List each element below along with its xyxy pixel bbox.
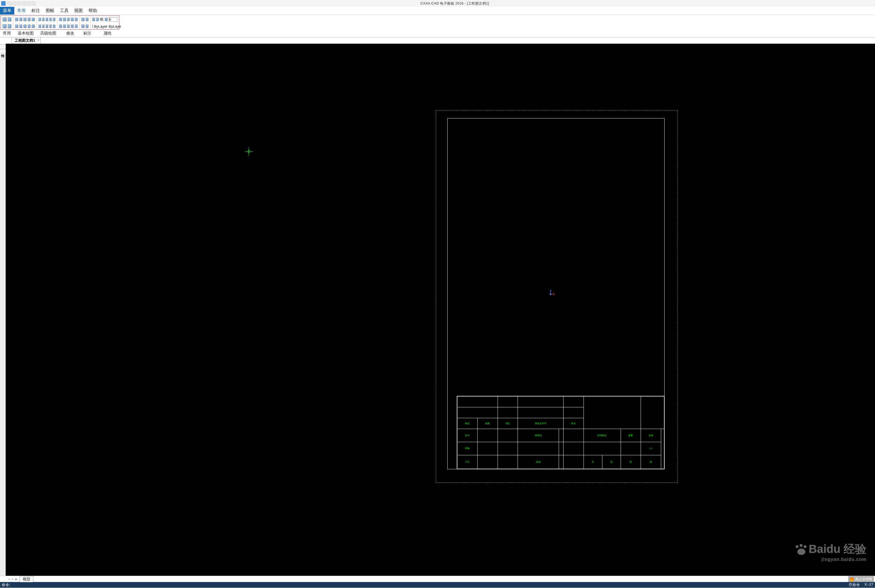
bylayer-label-2[interactable]: ByLaye: [109, 24, 121, 28]
tool-icon[interactable]: [53, 18, 56, 21]
copy-icon[interactable]: [63, 18, 66, 21]
tb-page2: 张: [641, 455, 661, 469]
dim-leader-icon[interactable]: [86, 24, 89, 28]
quick-access-toolbar: [8, 2, 36, 5]
ribbon-group-basic-draw: [14, 16, 37, 29]
tb-weight: 重量: [621, 429, 641, 442]
tool-icon[interactable]: [46, 18, 48, 21]
ribbon-label-modify: 修改: [59, 30, 82, 37]
qat-open-icon[interactable]: [12, 2, 16, 5]
ellipse-icon[interactable]: [28, 24, 31, 28]
bylayer-label-1[interactable]: ByLayer: [94, 24, 108, 28]
linetype-label: 粗: [100, 17, 104, 22]
side-tab-library[interactable]: 图库: [0, 45, 6, 49]
tool-icon[interactable]: [50, 18, 52, 21]
watermark-baidu: Baidu 经验 jingyan.baidu.com: [795, 541, 866, 562]
tb-tech: 工艺: [457, 455, 477, 469]
line-icon[interactable]: [15, 18, 18, 21]
menu-view[interactable]: 视图: [71, 7, 86, 15]
circle-icon[interactable]: [23, 18, 27, 21]
qat-undo-icon[interactable]: [27, 2, 31, 5]
tool-icon[interactable]: [39, 18, 41, 21]
array-icon[interactable]: [75, 24, 78, 28]
tool-icon[interactable]: [3, 24, 7, 28]
menu-tools[interactable]: 工具: [57, 7, 71, 15]
trim-icon[interactable]: [59, 24, 62, 28]
qat-save-icon[interactable]: [17, 2, 21, 5]
ribbon-labels: 常用 基本绘图 高级绘图 修改 标注 属性: [0, 30, 875, 37]
extend-icon[interactable]: [63, 24, 66, 28]
point-icon[interactable]: [23, 24, 27, 28]
ribbon-label-attr: 属性: [93, 30, 122, 37]
side-tab-properties[interactable]: 特性: [0, 50, 6, 53]
tool-icon[interactable]: [53, 24, 56, 28]
mirror-icon[interactable]: [71, 18, 74, 21]
ucs-icon: [549, 291, 555, 297]
linetype-list-icon[interactable]: [92, 24, 93, 28]
scale-icon[interactable]: [75, 18, 78, 21]
tb-docno: 更改文件号: [518, 418, 564, 429]
menu-frame[interactable]: 图幅: [43, 7, 57, 15]
ribbon-label-adv: 高级绘图: [38, 30, 59, 37]
ribbon-group-modify: [57, 16, 80, 29]
chamfer-icon[interactable]: [71, 24, 74, 28]
tb-total1: 共: [584, 455, 602, 469]
color-icon[interactable]: [96, 18, 99, 21]
tool-icon[interactable]: [42, 24, 45, 28]
tool-icon[interactable]: [8, 24, 12, 28]
rect-icon[interactable]: [28, 18, 31, 21]
tool-icon[interactable]: [3, 17, 7, 21]
fillet-icon[interactable]: [67, 24, 70, 28]
dim-linear-icon[interactable]: [81, 18, 84, 21]
tb-zone: 分区: [498, 418, 518, 429]
tb-scale-val: 1:1: [641, 442, 661, 455]
tool-icon[interactable]: [50, 24, 52, 28]
document-tab-active[interactable]: 工程图文档1 ×: [11, 37, 41, 44]
menu-help[interactable]: 帮助: [86, 7, 100, 15]
lineweight-icon[interactable]: [105, 18, 108, 21]
ribbon-highlight-box: 粗 ByLayer ByLaye: [1, 15, 119, 30]
rotate-icon[interactable]: [67, 18, 70, 21]
model-tab[interactable]: 模型: [20, 576, 33, 582]
qat-print-icon[interactable]: [22, 2, 26, 5]
text-icon[interactable]: [15, 24, 18, 28]
ribbon-group-common: [1, 16, 14, 29]
tb-stage: 阶段标记: [584, 429, 621, 442]
tb-approve: 批准: [518, 455, 559, 469]
status-empty-cmd: 空命令: [849, 582, 860, 587]
tool-icon[interactable]: [42, 18, 45, 21]
menu-annotate[interactable]: 标注: [29, 7, 43, 15]
tool-icon[interactable]: [46, 24, 48, 28]
arc-icon[interactable]: [20, 18, 23, 21]
drawing-canvas[interactable]: 标记 处数 分区 更改文件号 签名 设计 标准化 阶段标记 重量 比例: [6, 44, 875, 576]
ribbon-label-common: 常用: [0, 30, 14, 37]
hatch-icon[interactable]: [32, 24, 35, 28]
dim-radius-icon[interactable]: [81, 24, 84, 28]
spline-icon[interactable]: [20, 24, 23, 28]
tool-icon[interactable]: [39, 24, 41, 28]
tb-design: 设计: [457, 429, 477, 442]
menu-common[interactable]: 常用: [14, 7, 29, 15]
qat-new-icon[interactable]: [8, 2, 11, 5]
layer-icon[interactable]: [92, 18, 95, 21]
layout-tabs: ‹ › ▸ 模型: [0, 576, 875, 582]
document-tab-label: 工程图文档1: [15, 38, 35, 42]
ribbon-label-dim: 标注: [82, 30, 93, 37]
attr-input[interactable]: [109, 17, 117, 22]
qat-redo-icon[interactable]: [32, 2, 36, 5]
dim-angle-icon[interactable]: [86, 18, 89, 21]
status-coord: X:-27: [864, 582, 873, 587]
polyline-icon[interactable]: [32, 18, 35, 21]
crosshair-cursor: [245, 147, 253, 156]
tool-icon[interactable]: [8, 17, 12, 21]
layout-nav-icons[interactable]: ‹ › ▸: [9, 577, 18, 581]
watermark-baidu-url: jingyan.baidu.com: [795, 557, 866, 562]
menu-file[interactable]: 菜单: [0, 7, 14, 15]
ribbon-label-basic: 基本绘图: [14, 30, 38, 37]
move-icon[interactable]: [59, 18, 62, 21]
title-bar: CAXA CAD 电子图板 2016 - [工程图文档1]: [0, 0, 875, 7]
main-area: 图库 特性 标记 处数 分区 更改文件号: [0, 44, 875, 576]
close-icon[interactable]: ×: [38, 39, 39, 42]
window-title: CAXA CAD 电子图板 2016 - [工程图文档1]: [36, 1, 874, 6]
status-bar: 命令: 空命令 X:-27: [0, 582, 875, 588]
